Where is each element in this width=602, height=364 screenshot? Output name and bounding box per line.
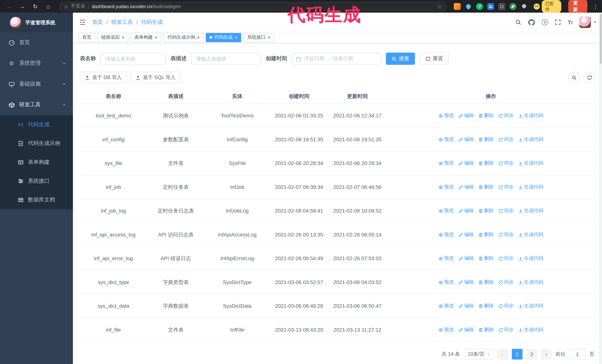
edit-link[interactable]: 编辑 xyxy=(458,208,474,214)
sync-link[interactable]: 同步 xyxy=(498,303,514,309)
browser-menu-icon[interactable]: ⋮ xyxy=(593,3,598,10)
edit-link[interactable]: 编辑 xyxy=(458,279,474,285)
sync-link[interactable]: 同步 xyxy=(498,208,514,214)
delete-link[interactable]: 删除 xyxy=(478,255,494,262)
sync-link[interactable]: 同步 xyxy=(498,231,514,238)
edit-link[interactable]: 编辑 xyxy=(458,327,474,333)
delete-link[interactable]: 删除 xyxy=(478,303,494,309)
delete-link[interactable]: 删除 xyxy=(478,160,494,166)
preview-link[interactable]: 预览 xyxy=(439,184,454,190)
preview-link[interactable]: 预览 xyxy=(439,279,454,285)
github-icon[interactable] xyxy=(528,19,535,26)
reset-button[interactable]: 重置 xyxy=(419,52,449,65)
delete-link[interactable]: 删除 xyxy=(478,231,494,238)
prev-page-button[interactable]: ‹ xyxy=(497,349,508,360)
table-desc-input[interactable] xyxy=(191,52,261,65)
chrome-update-button[interactable]: 更新 xyxy=(568,0,588,14)
edit-link[interactable]: 编辑 xyxy=(458,303,474,309)
preview-link[interactable]: 预览 xyxy=(439,136,454,143)
search-icon[interactable] xyxy=(515,19,521,25)
scrollbar-track[interactable] xyxy=(599,13,602,364)
extension-fox-icon[interactable] xyxy=(454,3,461,10)
delete-link[interactable]: 删除 xyxy=(478,136,494,143)
tab-tracing[interactable]: 链路追踪× xyxy=(97,33,128,42)
sidebar-item-devtools[interactable]: 研发工具 xyxy=(0,94,73,115)
tab-system-api[interactable]: 系统接口× xyxy=(243,33,274,42)
delete-link[interactable]: 删除 xyxy=(478,327,494,333)
table-name-input[interactable] xyxy=(101,52,166,65)
generate-code-link[interactable]: 生成代码 xyxy=(518,327,543,333)
generate-code-link[interactable]: 生成代码 xyxy=(518,279,543,285)
toggle-search-button[interactable] xyxy=(568,72,580,83)
reload-icon[interactable]: ↻ xyxy=(30,1,41,11)
next-page-button[interactable]: › xyxy=(541,349,552,360)
sync-link[interactable]: 同步 xyxy=(498,279,514,285)
generate-code-link[interactable]: 生成代码 xyxy=(518,112,543,119)
close-icon[interactable]: × xyxy=(235,35,237,40)
close-icon[interactable]: × xyxy=(155,35,157,40)
edit-link[interactable]: 编辑 xyxy=(458,136,474,143)
import-db-button[interactable]: 基于 DB 导入 xyxy=(80,72,127,83)
sync-link[interactable]: 同步 xyxy=(498,255,514,262)
forward-icon[interactable]: → xyxy=(17,1,28,11)
extension-leaf-icon[interactable] xyxy=(510,3,516,10)
sidebar-item-db-docs[interactable]: 数据库文档 xyxy=(0,190,73,209)
page-button-2[interactable]: 2 xyxy=(527,349,537,360)
sync-link[interactable]: 同步 xyxy=(498,160,514,166)
generate-code-link[interactable]: 生成代码 xyxy=(518,231,543,238)
goto-page-input[interactable] xyxy=(570,349,586,360)
sidebar-item-codegen-example[interactable]: 代码生成示例 xyxy=(0,134,73,153)
delete-link[interactable]: 删除 xyxy=(478,279,494,285)
preview-link[interactable]: 预览 xyxy=(439,327,454,333)
generate-code-link[interactable]: 生成代码 xyxy=(518,184,543,190)
page-button-1[interactable]: 1 xyxy=(512,349,523,360)
sidebar-item-infra[interactable]: 基础设施 xyxy=(0,74,73,94)
help-icon[interactable]: ? xyxy=(542,19,548,25)
generate-code-link[interactable]: 生成代码 xyxy=(518,208,543,214)
preview-link[interactable]: 预览 xyxy=(439,208,454,214)
delete-link[interactable]: 删除 xyxy=(478,208,494,214)
extension-v-icon[interactable]: V xyxy=(476,3,483,10)
edit-link[interactable]: 编辑 xyxy=(458,160,474,166)
edit-link[interactable]: 编辑 xyxy=(458,255,474,262)
preview-link[interactable]: 预览 xyxy=(439,303,454,309)
delete-link[interactable]: 删除 xyxy=(478,112,494,119)
extensions-puzzle-icon[interactable] xyxy=(521,3,527,10)
sidebar-item-system[interactable]: ⚙ 系统管理 xyxy=(0,53,73,74)
page-size-select[interactable]: 10条/页 ▾ xyxy=(464,349,494,360)
tab-codegen-example[interactable]: 代码生成示例× xyxy=(163,33,204,42)
tab-codegen[interactable]: 代码生成× xyxy=(206,33,241,42)
sidebar-item-form-builder[interactable]: 表单构建 xyxy=(0,153,73,172)
generate-code-link[interactable]: 生成代码 xyxy=(518,303,543,309)
date-range-picker[interactable]: 开始日期 - 结束日期 xyxy=(292,52,381,65)
search-button[interactable]: 搜索 xyxy=(386,52,415,65)
generate-code-link[interactable]: 生成代码 xyxy=(518,136,543,143)
sync-link[interactable]: 同步 xyxy=(498,184,514,190)
sidebar-logo[interactable]: 芋道管理系统 xyxy=(0,13,73,32)
preview-link[interactable]: 预览 xyxy=(439,255,454,262)
sidebar-item-system-api[interactable]: 系统接口 xyxy=(0,171,73,190)
breadcrumb-devtools[interactable]: 研发工具 xyxy=(111,19,133,26)
edit-link[interactable]: 编辑 xyxy=(458,112,474,119)
delete-link[interactable]: 删除 xyxy=(478,184,494,190)
generate-code-link[interactable]: 生成代码 xyxy=(518,160,543,166)
edit-link[interactable]: 编辑 xyxy=(458,184,474,190)
close-icon[interactable]: × xyxy=(122,35,124,40)
sync-link[interactable]: 同步 xyxy=(498,136,514,143)
generate-code-link[interactable]: 生成代码 xyxy=(518,255,543,262)
sync-link[interactable]: 同步 xyxy=(498,112,514,119)
bookmark-star-icon[interactable]: ☆ xyxy=(437,3,442,10)
import-sql-button[interactable]: 基于 SQL 导入 xyxy=(130,72,180,83)
sidebar-item-codegen[interactable]: 代码生成 xyxy=(0,115,73,134)
home-icon[interactable]: ⌂ xyxy=(43,1,54,11)
close-icon[interactable]: × xyxy=(268,35,270,40)
sidebar-fold-icon[interactable] xyxy=(79,19,86,26)
preview-link[interactable]: 预览 xyxy=(439,231,454,238)
fullscreen-icon[interactable] xyxy=(555,19,561,25)
preview-link[interactable]: 预览 xyxy=(439,160,454,166)
close-icon[interactable]: × xyxy=(197,35,200,40)
sidebar-item-home[interactable]: 首页 xyxy=(0,32,73,53)
edit-link[interactable]: 编辑 xyxy=(458,231,474,238)
breadcrumb-home[interactable]: 首页 xyxy=(92,19,103,26)
user-avatar[interactable] xyxy=(580,16,591,28)
